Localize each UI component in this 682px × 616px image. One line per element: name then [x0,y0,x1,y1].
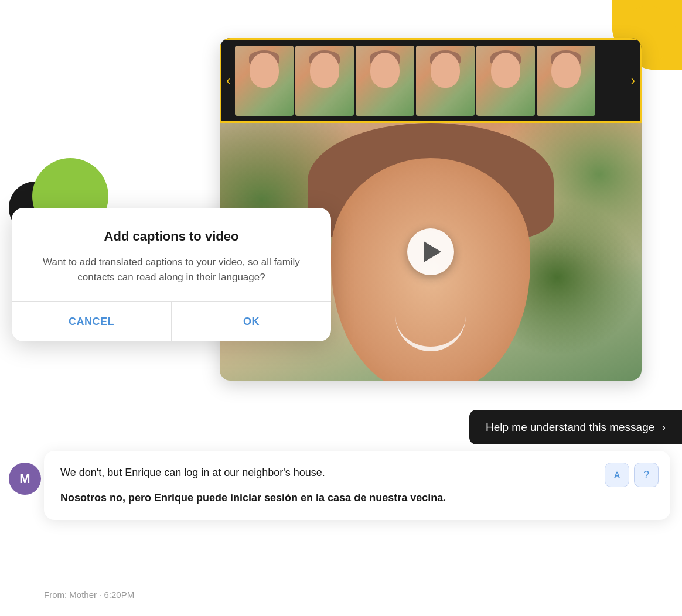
message-translated: Nosotros no, pero Enrique puede iniciar … [60,490,654,506]
play-button[interactable] [407,228,454,275]
filmstrip-right-arrow[interactable]: › [626,73,640,88]
message-card: Ā ? We don't, but Enrique can log in at … [44,451,670,520]
dialog-body: Add captions to video Want to add transl… [12,208,331,301]
filmstrip-thumb-3[interactable] [356,46,414,116]
video-smile [395,316,466,351]
filmstrip-left-arrow[interactable]: ‹ [221,73,235,88]
ok-button[interactable]: OK [172,302,331,341]
dialog-title: Add captions to video [35,229,308,244]
filmstrip-thumb-4[interactable] [416,46,475,116]
captions-dialog: Add captions to video Want to add transl… [12,208,331,341]
filmstrip-images [235,46,626,116]
message-original: We don't, but Enrique can log in at our … [60,465,654,481]
play-triangle-icon [424,241,441,262]
filmstrip-thumb-5[interactable] [476,46,535,116]
help-icon[interactable]: ? [634,463,659,487]
message-icons: Ā ? [605,463,659,487]
dialog-text: Want to add translated captions to your … [35,255,308,285]
dialog-actions: CANCEL OK [12,302,331,341]
filmstrip-thumb-1[interactable] [235,46,294,116]
cancel-button[interactable]: CANCEL [12,302,172,341]
help-banner[interactable]: Help me understand this message › [469,410,682,444]
translate-icon[interactable]: Ā [605,463,629,487]
filmstrip-thumb-2[interactable] [295,46,354,116]
filmstrip: ‹ › [220,38,642,123]
avatar-initial: M [19,471,30,487]
help-arrow-icon: › [661,420,666,434]
filmstrip-thumb-6[interactable] [537,46,595,116]
avatar: M [9,463,41,495]
from-label: From: Mother · 6:20PM [44,590,134,600]
help-banner-text: Help me understand this message [486,421,654,434]
